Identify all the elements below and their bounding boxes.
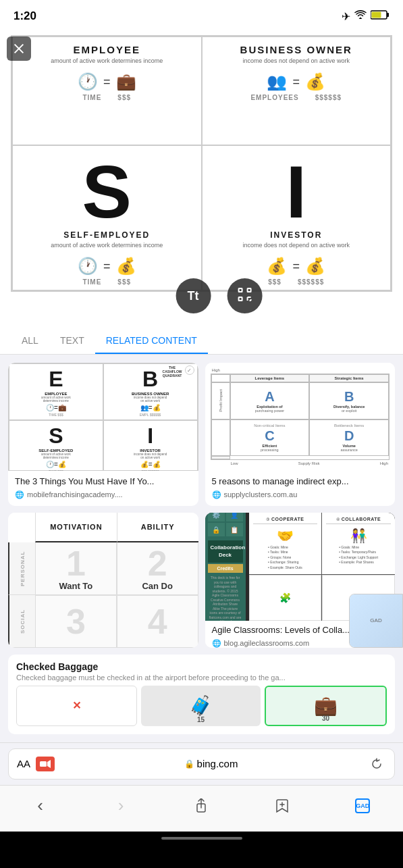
- cooperate-header: ③ COOPERATE: [253, 517, 318, 524]
- address-bar[interactable]: AA 🔒 bing.com: [8, 748, 395, 780]
- video-icon: [40, 760, 51, 768]
- cashflow-card-title: The 3 Things You Must Have If Yo...: [15, 476, 192, 488]
- inv-label-right: $$$$$$: [298, 278, 324, 286]
- inv-moneybag-icon: 💰: [305, 257, 325, 276]
- cashflow-card-info: The 3 Things You Must Have If Yo... 🌐 mo…: [8, 471, 198, 506]
- supply-card-info: 5 reasons to manage indirect exp... 🌐 su…: [205, 471, 396, 506]
- inv-money-icon: 💰: [267, 257, 287, 276]
- tab-related-content[interactable]: RELATED CONTENT: [95, 327, 208, 354]
- baggage-card[interactable]: Checked Baggage Checked baggage must be …: [8, 655, 395, 734]
- scan-tool-button[interactable]: [227, 278, 262, 313]
- cashflow-quadrant: EMPLOYEE amount of active work determine…: [0, 30, 403, 313]
- text-tool-button[interactable]: Tt: [176, 278, 211, 313]
- share-icon: [194, 798, 209, 813]
- scan-icon: [236, 286, 252, 305]
- se-time-label: TIME: [82, 278, 101, 286]
- employees-label: EMPLOYEES: [250, 94, 298, 101]
- profit-y-label2: [211, 419, 230, 457]
- strategic-header: Strategic Items: [309, 374, 389, 382]
- baggage-header: Checked Baggage Checked baggage must be …: [8, 655, 395, 686]
- motivation-header: MOTIVATION: [35, 513, 117, 542]
- mini-cashflow-label: THECASHFLOWQUADRANT: [163, 365, 182, 378]
- personal-row-header: PERSONAL: [8, 542, 35, 595]
- investor-title: INVESTOR: [270, 230, 322, 240]
- toolbar-overlay: Tt: [176, 278, 262, 313]
- home-indicator: [0, 832, 403, 842]
- collaborate-header: ④ COLLABORATE: [326, 517, 391, 524]
- cell-4: 4: [117, 595, 198, 648]
- cell-c: Non-critical Items C Efficient processin…: [230, 419, 310, 457]
- back-icon: ‹: [37, 795, 43, 816]
- svg-rect-4: [247, 288, 250, 292]
- equals-icon2: =: [292, 75, 300, 89]
- employee-labels: TIME $$$: [82, 94, 131, 101]
- supply-card[interactable]: High Leverage Items Strategic Items Prof…: [205, 363, 396, 506]
- mini-s-cell: S SELF-EMPLOYED amount of active workdet…: [9, 420, 103, 471]
- mini-check-icon: ✓: [185, 365, 194, 375]
- bookmarks-button[interactable]: [267, 791, 297, 821]
- reload-icon: [371, 758, 383, 770]
- cashflow-card[interactable]: THECASHFLOWQUADRANT ✓ E EMPLOYEE amount …: [8, 363, 198, 506]
- profit-label: $$$$$$: [315, 94, 342, 101]
- supply-globe-icon: 🌐: [212, 490, 221, 499]
- cooperate-quadrant: ③ COOPERATE 🤝 • Goals: Mine• Tasks: Mine…: [249, 513, 322, 575]
- supply-card-title: 5 reasons to manage indirect exp...: [212, 476, 389, 488]
- baggage-image-3-selected: 💼 30: [265, 686, 387, 726]
- employee-title: EMPLOYEE: [74, 44, 140, 55]
- x-mark-icon: ✕: [72, 699, 81, 712]
- status-time: 1:20: [14, 9, 36, 23]
- supply-matrix-grid: Leverage Items Strategic Items Profit Im…: [211, 374, 390, 460]
- close-button[interactable]: [7, 36, 31, 61]
- content-area: THECASHFLOWQUADRANT ✓ E EMPLOYEE amount …: [0, 355, 403, 742]
- back-button[interactable]: ‹: [26, 791, 55, 821]
- main-content: EMPLOYEE amount of active work determine…: [0, 30, 403, 842]
- investor-subtitle: income does not depend on active work: [242, 242, 350, 249]
- infographic-area: EMPLOYEE amount of active work determine…: [0, 30, 403, 327]
- tab-preview-content: GAD: [350, 594, 402, 647]
- agile-license-text: This deck is free for you to use with co…: [208, 574, 243, 621]
- aa-label[interactable]: AA: [17, 758, 30, 769]
- moneybag-icon: 💰: [305, 72, 325, 91]
- tabs-count-icon: GAD: [355, 798, 370, 813]
- video-record-button[interactable]: [36, 757, 55, 771]
- motivation-card[interactable]: MOTIVATION ABILITY PERSONAL 1: [8, 513, 198, 648]
- reload-button[interactable]: [367, 755, 386, 773]
- mini-i-cell: I INVESTOR income does not dependon acti…: [103, 420, 198, 471]
- forward-button[interactable]: ›: [106, 791, 136, 821]
- employee-cell: EMPLOYEE amount of active work determine…: [12, 36, 202, 145]
- clock-icon: 🕐: [78, 72, 98, 91]
- baggage-count-2: 30: [322, 715, 329, 722]
- tab-preview[interactable]: GAD: [349, 594, 403, 648]
- cell-d: Bottleneck Items D Volume assurance: [309, 419, 389, 457]
- business-owner-cell: BUSINESS OWNER income does not depend on…: [202, 36, 392, 145]
- business-owner-icons: 👥 = 💰: [267, 72, 325, 91]
- address-bar-section: AA 🔒 bing.com: [0, 742, 403, 785]
- tabs-button[interactable]: GAD: [348, 791, 377, 821]
- tab-text[interactable]: TEXT: [49, 327, 95, 354]
- money-icon: 💼: [116, 72, 136, 91]
- cell-1-label: Want To: [59, 581, 92, 591]
- s-letter: S: [82, 158, 132, 225]
- forward-icon: ›: [118, 795, 124, 816]
- cell-2-num: 2: [148, 546, 167, 581]
- cell-1-num: 1: [66, 546, 86, 581]
- text-tool-label: Tt: [188, 289, 199, 303]
- time-label: TIME: [82, 94, 101, 101]
- leverage-header: Leverage Items: [230, 374, 310, 382]
- self-employed-icons: 🕐 = 💰: [78, 257, 136, 276]
- baggage-image-2: 🧳 15: [141, 686, 261, 726]
- i-letter: I: [286, 158, 306, 225]
- status-icons: ✈: [332, 9, 389, 23]
- business-owner-labels: EMPLOYEES $$$$$$: [250, 94, 342, 101]
- svg-rect-5: [238, 297, 242, 301]
- employee-subtitle: amount of active work determines income: [51, 57, 163, 64]
- wifi-icon: [354, 10, 367, 22]
- tab-all[interactable]: ALL: [11, 327, 49, 354]
- cell-3: 3: [35, 595, 117, 648]
- luggage-icon: 🧳: [189, 694, 213, 717]
- svg-rect-3: [238, 288, 242, 292]
- collaborate-quadrant: ④ COLLABORATE 👫 • Goals: Mine• Tasks: Te…: [322, 513, 395, 575]
- share-button[interactable]: [186, 791, 216, 821]
- suitcase-icon: 💼: [314, 694, 338, 717]
- url-section: 🔒 bing.com: [60, 758, 362, 769]
